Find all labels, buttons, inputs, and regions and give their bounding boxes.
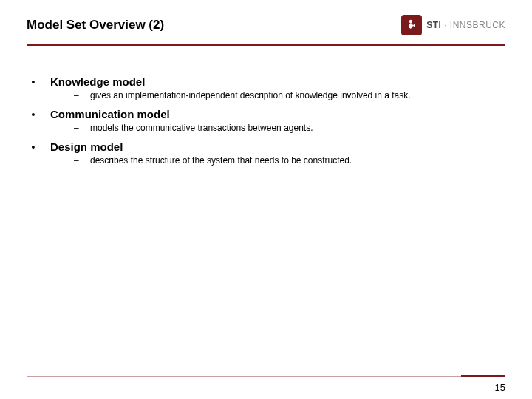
list-item-label: Design model	[50, 140, 123, 153]
bullet-icon: •	[30, 77, 37, 87]
slide-content: • Knowledge model – gives an implementat…	[0, 46, 532, 166]
logo: STI · INNSBRUCK	[401, 15, 505, 35]
list-subitem-text: gives an implementation-independent desc…	[90, 90, 411, 100]
slide-title: Model Set Overview (2)	[27, 18, 164, 33]
list-subitem: – gives an implementation-independent de…	[74, 90, 502, 100]
list-subitem-text: models the communicative transactions be…	[90, 123, 313, 133]
list-subitem: – models the communicative transactions …	[74, 123, 502, 133]
slide-header: Model Set Overview (2) STI · INNSBRUCK	[0, 0, 532, 41]
logo-separator: ·	[441, 20, 450, 30]
bullet-icon: •	[30, 142, 37, 152]
dash-icon: –	[74, 90, 81, 100]
logo-brand: STI	[426, 20, 441, 30]
list-item: • Knowledge model	[30, 75, 502, 88]
list-item-label: Communication model	[50, 108, 170, 120]
footer-divider	[27, 376, 505, 377]
list-subitem: – describes the structure of the system …	[74, 155, 502, 166]
logo-text: STI · INNSBRUCK	[426, 20, 505, 30]
list-subitem-text: describes the structure of the system th…	[90, 155, 352, 166]
logo-subtext: INNSBRUCK	[450, 20, 505, 30]
list-item-label: Knowledge model	[50, 75, 145, 88]
svg-point-0	[409, 20, 412, 23]
list-item: • Design model	[30, 140, 502, 153]
page-number: 15	[495, 382, 505, 393]
list-item: • Communication model	[30, 108, 502, 120]
dash-icon: –	[74, 155, 81, 166]
footer-divider-accent	[461, 375, 505, 377]
logo-icon	[401, 15, 422, 35]
dash-icon: –	[74, 123, 81, 133]
bullet-icon: •	[30, 109, 37, 120]
